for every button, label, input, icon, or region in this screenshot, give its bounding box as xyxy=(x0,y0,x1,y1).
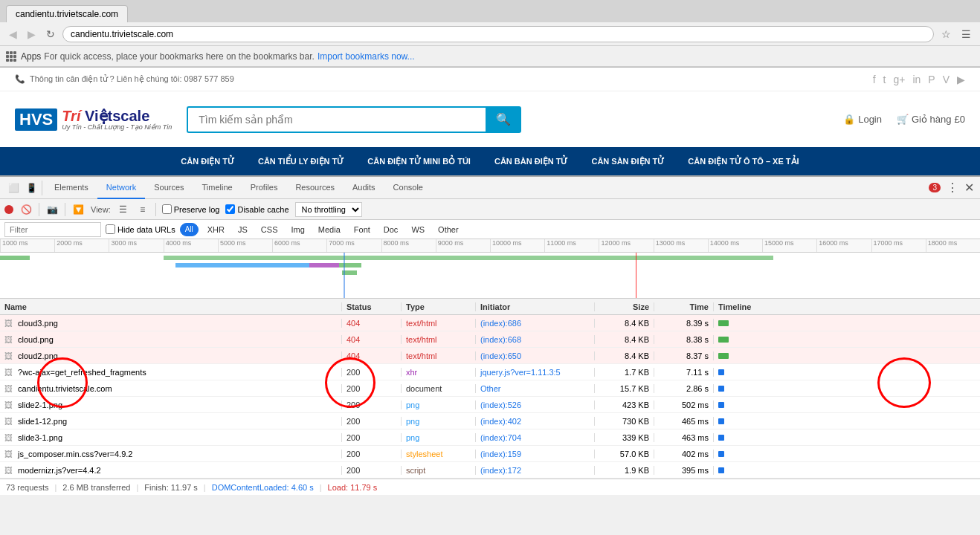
file-type-icon: 🖼 xyxy=(4,466,13,475)
menu-button[interactable]: ☰ xyxy=(958,27,974,42)
tab-sources[interactable]: Sources xyxy=(145,177,193,199)
nav-item-can-oto[interactable]: CÂN ĐIỆN TỬ Ô TÔ – XE TẢI xyxy=(676,147,810,175)
initiator-link[interactable]: (index):686 xyxy=(480,319,521,328)
nav-item-can-ban[interactable]: CÂN BÀN ĐIỆN TỬ xyxy=(483,147,580,175)
initiator-link[interactable]: (index):526 xyxy=(480,401,521,409)
google-plus-icon[interactable]: g+ xyxy=(893,74,905,85)
filter-ws-button[interactable]: WS xyxy=(407,224,429,235)
twitter-icon[interactable]: t xyxy=(883,74,886,85)
tab-profiles[interactable]: Profiles xyxy=(242,177,287,199)
table-row[interactable]: 🖼 js_composer.min.css?ver=4.9.2 200 styl… xyxy=(0,446,980,462)
table-row[interactable]: 🖼 ?wc-ajax=get_refreshed_fragments 200 x… xyxy=(0,364,980,380)
initiator-link[interactable]: (index):704 xyxy=(480,433,521,442)
initiator-link[interactable]: (index):159 xyxy=(480,450,521,458)
nav-item-can-dien-tu[interactable]: CÂN ĐIỆN TỬ xyxy=(169,147,246,175)
hide-data-urls-label[interactable]: Hide data URLs xyxy=(106,224,175,234)
devtools-more-button[interactable]: ⋮ xyxy=(944,181,961,195)
filter-css-button[interactable]: CSS xyxy=(257,224,283,235)
cell-status: 200 xyxy=(342,433,402,442)
filter-other-button[interactable]: Other xyxy=(433,224,463,235)
filter-all-button[interactable]: All xyxy=(180,223,199,236)
preserve-log-checkbox[interactable] xyxy=(162,204,172,214)
tab-timeline[interactable]: Timeline xyxy=(193,177,242,199)
camera-button[interactable]: 📷 xyxy=(45,203,59,216)
youtube-icon[interactable]: ▶ xyxy=(957,74,965,85)
initiator-link[interactable]: (index):172 xyxy=(480,466,521,475)
table-row[interactable]: 🖼 candientu.trivietscale.com 200 documen… xyxy=(0,380,980,397)
cell-status: 200 xyxy=(342,368,402,377)
ruler-6000: 6000 ms xyxy=(272,239,326,252)
nav-item-can-san[interactable]: CÂN SÀN ĐIỆN TỬ xyxy=(579,147,676,175)
inspect-element-icon[interactable]: ⬜ xyxy=(6,181,21,195)
table-row[interactable]: 🖼 slide1-12.png 200 png (index):402 730 … xyxy=(0,413,980,429)
site-social-icons: f t g+ in P V ▶ xyxy=(873,74,965,85)
tab-network[interactable]: Network xyxy=(97,177,145,199)
cart-link[interactable]: 🛒 Giỏ hàng £0 xyxy=(897,114,965,125)
preserve-log-checkbox-label[interactable]: Preserve log xyxy=(162,204,220,214)
address-bar[interactable] xyxy=(62,26,934,42)
table-row[interactable]: 🖼 slide2-1.png 200 png (index):526 423 K… xyxy=(0,397,980,413)
hide-data-urls-checkbox[interactable] xyxy=(106,224,115,234)
nav-item-can-mini[interactable]: CÂN ĐIỆN TỬ MINI BỎ TÚI xyxy=(355,147,483,175)
cell-time: 395 ms xyxy=(654,466,714,475)
filter-toggle-button[interactable]: 🔽 xyxy=(71,203,85,216)
pinterest-icon[interactable]: P xyxy=(928,74,935,85)
column-initiator-header: Initiator xyxy=(476,302,595,311)
initiator-link[interactable]: (index):402 xyxy=(480,417,521,426)
filter-font-button[interactable]: Font xyxy=(349,224,375,235)
filter-input[interactable] xyxy=(4,222,101,237)
import-bookmarks-link[interactable]: Import bookmarks now... xyxy=(317,51,415,62)
cell-name: 🖼 candientu.trivietscale.com xyxy=(0,384,342,393)
filter-img-button[interactable]: Img xyxy=(286,224,309,235)
vimeo-icon[interactable]: V xyxy=(943,74,950,85)
cell-size: 8.4 KB xyxy=(595,351,654,360)
back-button[interactable]: ◀ xyxy=(6,27,20,42)
cell-status: 200 xyxy=(342,401,402,409)
linkedin-icon[interactable]: in xyxy=(912,74,921,85)
tab-elements[interactable]: Elements xyxy=(45,177,97,199)
device-mode-icon[interactable]: 📱 xyxy=(24,181,39,195)
tab-audits[interactable]: Audits xyxy=(344,177,384,199)
table-row[interactable]: 🖼 cloud2.png 404 text/html (index):650 8… xyxy=(0,348,980,364)
table-row[interactable]: 🖼 slide3-1.png 200 png (index):704 339 K… xyxy=(0,429,980,446)
type-value: stylesheet xyxy=(406,450,443,458)
search-input[interactable] xyxy=(187,106,486,133)
nav-item-can-tieu-ly[interactable]: CÂN TIỂU LY ĐIỆN TỬ xyxy=(246,147,355,175)
browser-tab[interactable]: candientu.trivietscale.com xyxy=(6,5,128,22)
waterfall-chart xyxy=(0,253,980,299)
reload-button[interactable]: ↻ xyxy=(43,27,58,42)
bookmark-button[interactable]: ☆ xyxy=(938,27,954,42)
table-row[interactable]: 🖼 cloud.png 404 text/html (index):668 8.… xyxy=(0,331,980,348)
filter-doc-button[interactable]: Doc xyxy=(379,224,403,235)
apps-label[interactable]: Apps xyxy=(21,51,41,62)
timeline-bar xyxy=(718,386,724,392)
initiator-link[interactable]: (index):650 xyxy=(480,351,521,360)
table-row[interactable]: 🖼 modernizr.js?ver=4.4.2 200 script (ind… xyxy=(0,462,980,479)
tab-resources[interactable]: Resources xyxy=(286,177,344,199)
status-code: 200 xyxy=(346,417,360,426)
initiator-link[interactable]: (index):668 xyxy=(480,335,521,344)
disable-cache-checkbox-label[interactable]: Disable cache xyxy=(225,204,288,214)
filter-js-button[interactable]: JS xyxy=(233,224,252,235)
filter-xhr-button[interactable]: XHR xyxy=(203,224,229,235)
filter-media-button[interactable]: Media xyxy=(314,224,345,235)
throttling-select[interactable]: No throttling xyxy=(295,202,362,217)
clear-button[interactable]: 🚫 xyxy=(19,203,33,216)
table-row[interactable]: 🖼 cloud3.png 404 text/html (index):686 8… xyxy=(0,315,980,331)
network-toolbar: 🚫 📷 🔽 View: ☰ ≡ Preserve log Disable cac… xyxy=(0,199,980,220)
tab-console[interactable]: Console xyxy=(384,177,432,199)
devtools-close-button[interactable]: ✕ xyxy=(961,181,977,195)
login-link[interactable]: 🔒 Login xyxy=(843,114,882,125)
facebook-icon[interactable]: f xyxy=(873,74,876,85)
forward-button[interactable]: ▶ xyxy=(25,27,39,42)
cell-timeline xyxy=(714,401,980,409)
large-rows-button[interactable]: ≡ xyxy=(136,203,149,216)
disable-cache-checkbox[interactable] xyxy=(225,204,235,214)
initiator-link[interactable]: jquery.js?ver=1.11.3:5 xyxy=(480,368,561,377)
file-name: cloud.png xyxy=(18,335,54,344)
cell-status: 404 xyxy=(342,351,402,360)
record-button[interactable] xyxy=(4,205,13,214)
initiator-link[interactable]: Other xyxy=(480,384,501,393)
search-button[interactable]: 🔍 xyxy=(486,106,521,133)
list-view-button[interactable]: ☰ xyxy=(117,203,130,216)
